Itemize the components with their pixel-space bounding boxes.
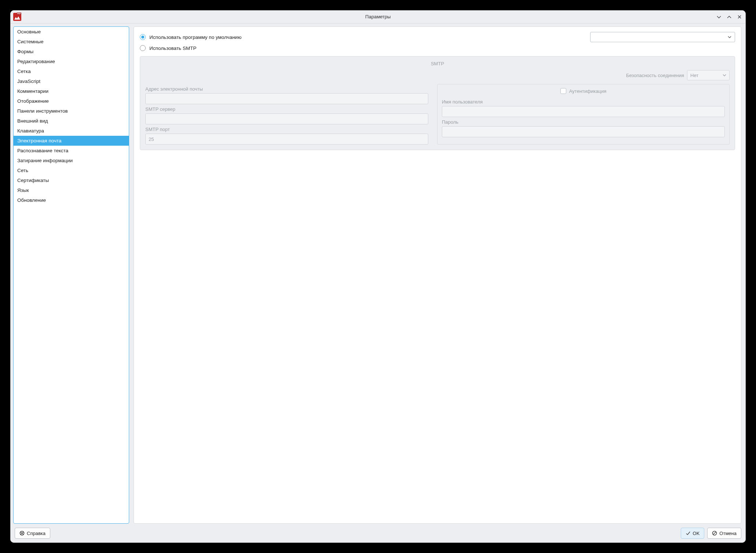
security-label: Безопасность соединения [626,73,684,78]
sidebar-item-5[interactable]: JavaScript [14,76,129,86]
sidebar-item-17[interactable]: Обновление [14,195,129,205]
sidebar-item-0[interactable]: Основные [14,27,129,37]
security-value: Нет [690,73,698,78]
cancel-button[interactable]: Отмена [707,528,741,539]
sidebar-item-8[interactable]: Панели инструментов [14,106,129,116]
minimize-button-icon[interactable] [716,14,722,20]
radio-use-default-row: Использовать программу по умолчанию [140,32,735,42]
auth-label: Аутентификация [569,88,606,94]
smtp-port-label: SMTP порт [145,127,428,132]
smtp-columns: Адрес электронной почты SMTP сервер SMTP… [145,84,730,145]
username-label: Имя пользователя [442,99,725,105]
preferences-window: Параметры ОсновныеСистемныеФормыРедактир… [10,10,746,543]
sidebar-item-11[interactable]: Электронная почта [14,136,129,146]
sidebar-item-9[interactable]: Внешний вид [14,116,129,126]
close-button-icon[interactable] [736,14,743,20]
auth-checkbox[interactable] [560,88,566,94]
username-input[interactable] [442,106,725,117]
sidebar-item-2[interactable]: Формы [14,47,129,57]
window-title: Параметры [10,14,746,19]
cancel-button-label: Отмена [719,531,737,536]
dialog-footer: Справка OK Отмена [10,524,746,543]
window-controls [716,14,743,20]
help-button-label: Справка [27,531,46,536]
security-select[interactable]: Нет [687,70,730,80]
sidebar-item-13[interactable]: Затирание информации [14,156,129,165]
help-button[interactable]: Справка [15,528,50,539]
ok-button[interactable]: OK [681,528,705,539]
radio-use-default[interactable] [140,34,146,40]
radio-use-smtp-label: Использовать SMTP [149,46,196,51]
security-row: Безопасность соединения Нет [145,70,730,80]
radio-use-default-label: Использовать программу по умолчанию [149,34,241,40]
app-icon [13,13,21,21]
radio-use-smtp[interactable] [140,45,146,51]
sidebar-item-6[interactable]: Комментарии [14,86,129,96]
email-address-label: Адрес электронной почты [145,86,428,92]
email-settings-panel: Использовать программу по умолчанию Испо… [134,26,741,524]
sidebar-item-4[interactable]: Сетка [14,66,129,76]
sidebar-item-15[interactable]: Сертификаты [14,175,129,185]
sidebar-item-14[interactable]: Сеть [14,165,129,175]
check-icon [686,531,691,536]
ok-button-label: OK [693,531,700,536]
maximize-button-icon[interactable] [726,14,733,20]
password-label: Пароль [442,119,725,125]
sidebar-item-1[interactable]: Системные [14,37,129,47]
help-icon [19,531,25,536]
sidebar-item-3[interactable]: Редактирование [14,57,129,66]
smtp-left-column: Адрес электронной почты SMTP сервер SMTP… [145,84,428,145]
smtp-group: SMTP Безопасность соединения Нет Адрес э… [140,56,735,150]
radio-use-smtp-row: Использовать SMTP [140,45,735,51]
auth-row: Аутентификация [442,88,725,94]
smtp-server-input[interactable] [145,113,428,124]
sidebar-item-7[interactable]: Отображение [14,96,129,106]
smtp-group-title: SMTP [145,61,730,66]
smtp-server-label: SMTP сервер [145,106,428,112]
sidebar-item-16[interactable]: Язык [14,185,129,195]
dialog-body: ОсновныеСистемныеФормыРедактированиеСетк… [10,23,746,524]
smtp-port-input[interactable]: 25 [145,134,428,145]
email-address-input[interactable] [145,93,428,104]
cancel-icon [712,531,717,536]
smtp-auth-column: Аутентификация Имя пользователя Пароль [437,84,730,145]
default-program-select[interactable] [590,32,735,42]
svg-line-6 [713,532,716,535]
password-input[interactable] [442,126,725,137]
sidebar-item-10[interactable]: Клавиатура [14,126,129,136]
titlebar: Параметры [10,10,746,23]
category-list[interactable]: ОсновныеСистемныеФормыРедактированиеСетк… [13,26,129,524]
sidebar-item-12[interactable]: Распознавание текста [14,146,129,156]
